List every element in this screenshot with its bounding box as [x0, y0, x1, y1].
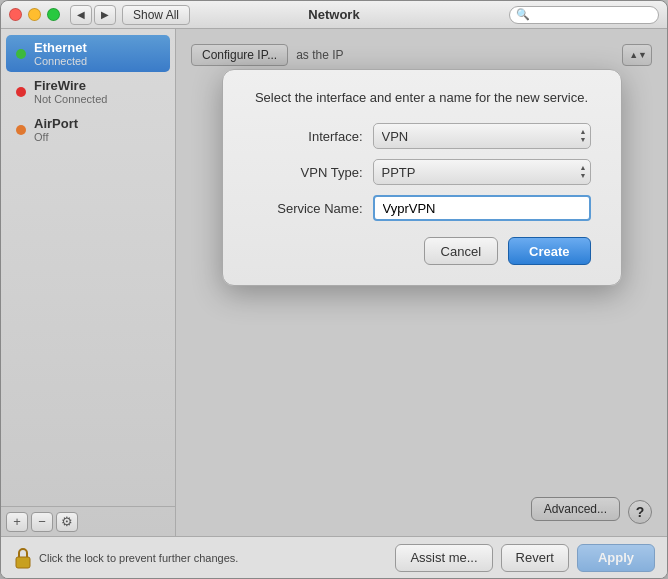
sidebar-item-airport[interactable]: AirPort Off — [6, 111, 170, 148]
status-dot-airport — [16, 125, 26, 135]
close-button[interactable] — [9, 8, 22, 21]
sidebar-list: Ethernet Connected FireWire Not Connecte… — [1, 29, 175, 506]
sidebar-footer: + − ⚙ — [1, 506, 175, 536]
lock-text: Click the lock to prevent further change… — [39, 552, 238, 564]
show-all-button[interactable]: Show All — [122, 5, 190, 25]
forward-button[interactable]: ▶ — [94, 5, 116, 25]
dialog-vpn-type-row: VPN Type: PPTP ▲▼ — [253, 159, 591, 185]
status-dot-ethernet — [16, 49, 26, 59]
lock-icon[interactable] — [13, 546, 33, 570]
sidebar-item-firewire-name: FireWire — [34, 78, 107, 93]
search-icon: 🔍 — [516, 8, 530, 21]
window-title: Network — [308, 7, 359, 22]
dialog-service-name-row: Service Name: — [253, 195, 591, 221]
main-panel: Configure IP... as the IP ▲▼ IP Address:… — [176, 29, 667, 536]
minimize-button[interactable] — [28, 8, 41, 21]
add-service-button[interactable]: + — [6, 512, 28, 532]
new-service-dialog: Select the interface and enter a name fo… — [222, 69, 622, 286]
dialog-service-name-label: Service Name: — [253, 201, 373, 216]
search-box: 🔍 — [509, 6, 659, 24]
maximize-button[interactable] — [47, 8, 60, 21]
sidebar-item-firewire-status: Not Connected — [34, 93, 107, 105]
lock-area: Click the lock to prevent further change… — [13, 546, 395, 570]
gear-button[interactable]: ⚙ — [56, 512, 78, 532]
sidebar: Ethernet Connected FireWire Not Connecte… — [1, 29, 176, 536]
dialog-interface-label: Interface: — [253, 129, 373, 144]
dialog-create-button[interactable]: Create — [508, 237, 590, 265]
dialog-message: Select the interface and enter a name fo… — [253, 90, 591, 105]
svg-rect-0 — [16, 557, 30, 568]
back-button[interactable]: ◀ — [70, 5, 92, 25]
dialog-cancel-button[interactable]: Cancel — [424, 237, 498, 265]
sidebar-item-airport-status: Off — [34, 131, 78, 143]
content-area: Ethernet Connected FireWire Not Connecte… — [1, 29, 667, 536]
search-input[interactable] — [533, 8, 652, 22]
dialog-interface-row: Interface: VPN ▲▼ — [253, 123, 591, 149]
assist-me-button[interactable]: Assist me... — [395, 544, 492, 572]
dialog-service-name-input[interactable] — [373, 195, 591, 221]
remove-service-button[interactable]: − — [31, 512, 53, 532]
traffic-lights — [9, 8, 60, 21]
title-bar: ◀ ▶ Show All Network 🔍 — [1, 1, 667, 29]
dialog-interface-dropdown[interactable]: VPN — [373, 123, 591, 149]
dialog-buttons: Cancel Create — [253, 237, 591, 265]
apply-button[interactable]: Apply — [577, 544, 655, 572]
dialog-vpn-type-label: VPN Type: — [253, 165, 373, 180]
dialog-overlay: Select the interface and enter a name fo… — [176, 29, 667, 536]
sidebar-item-firewire[interactable]: FireWire Not Connected — [6, 73, 170, 110]
status-dot-firewire — [16, 87, 26, 97]
sidebar-item-ethernet-name: Ethernet — [34, 40, 87, 55]
sidebar-item-ethernet-status: Connected — [34, 55, 87, 67]
sidebar-item-ethernet[interactable]: Ethernet Connected — [6, 35, 170, 72]
revert-button[interactable]: Revert — [501, 544, 569, 572]
bottom-bar: Click the lock to prevent further change… — [1, 536, 667, 578]
sidebar-item-airport-name: AirPort — [34, 116, 78, 131]
nav-buttons: ◀ ▶ — [70, 5, 116, 25]
dialog-vpn-type-dropdown[interactable]: PPTP — [373, 159, 591, 185]
bottom-buttons: Assist me... Revert Apply — [395, 544, 655, 572]
main-window: ◀ ▶ Show All Network 🔍 Ethernet Connecte… — [0, 0, 668, 579]
